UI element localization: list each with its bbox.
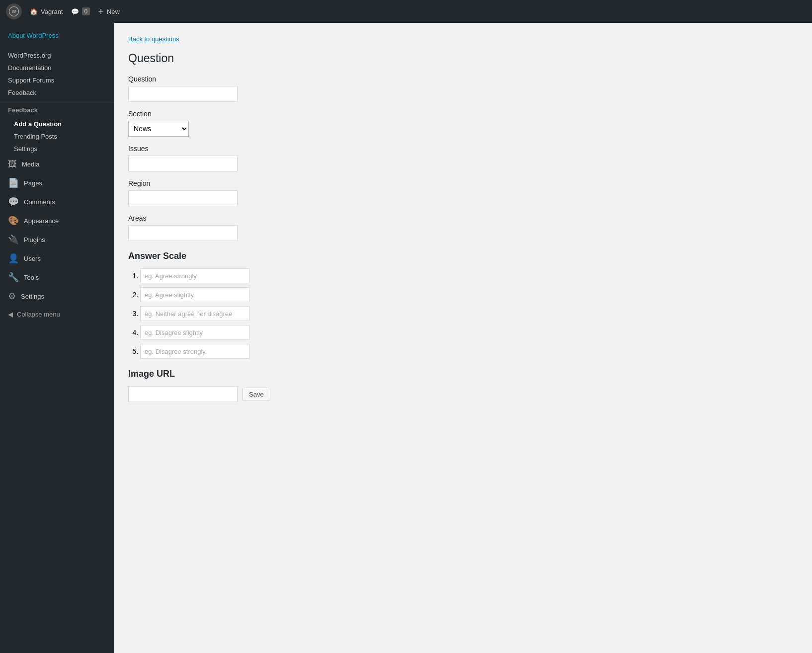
answer-scale-input-2[interactable] [140, 287, 249, 302]
tools-icon: 🔧 [8, 272, 19, 283]
sidebar: About WordPress WordPress.org Documentat… [0, 23, 114, 653]
sidebar-about-section: About WordPress [0, 23, 114, 46]
sidebar-appearance-label: Appearance [24, 217, 59, 225]
sidebar-support-forums[interactable]: Support Forums [0, 74, 114, 86]
sidebar-media-label: Media [22, 161, 39, 168]
sidebar-item-settings[interactable]: ⚙ Settings [0, 287, 114, 306]
sidebar-item-comments[interactable]: 💬 Comments [0, 192, 114, 211]
adminbar-home[interactable]: 🏠 Vagrant [30, 8, 63, 15]
sidebar-settings-plugin[interactable]: Settings [0, 143, 114, 155]
issues-input[interactable] [128, 156, 238, 171]
save-row: Save [128, 386, 798, 402]
image-url-section: Image URL Save [128, 369, 798, 402]
region-label: Region [128, 179, 798, 187]
region-field-row: Region [128, 179, 798, 206]
sidebar-plugin-group: Feedback Add a Question Trending Posts S… [0, 102, 114, 155]
sidebar-menu: 🖼 Media 📄 Pages 💬 Comments 🎨 Appearance … [0, 155, 114, 306]
collapse-label: Collapse menu [17, 311, 60, 318]
appearance-icon: 🎨 [8, 215, 19, 226]
answer-scale-input-3[interactable] [140, 306, 249, 321]
collapse-icon: ◀ [8, 311, 13, 318]
settings-icon: ⚙ [8, 291, 16, 302]
question-input[interactable] [128, 86, 238, 102]
sidebar-collapse[interactable]: ◀ Collapse menu [0, 306, 114, 323]
question-label: Question [128, 75, 798, 83]
sidebar-plugin-header[interactable]: Feedback [0, 102, 114, 118]
section-field-row: Section News Politics Sports Entertainme… [128, 110, 798, 137]
admin-bar: W 🏠 Vagrant 💬 0 + New [0, 0, 812, 23]
svg-text:W: W [11, 8, 16, 14]
answer-scale-title: Answer Scale [128, 251, 798, 261]
question-field-row: Question [128, 75, 798, 102]
section-select[interactable]: News Politics Sports Entertainment [128, 121, 189, 137]
sidebar-plugins-label: Plugins [24, 236, 45, 244]
answer-scale-item-2 [140, 287, 798, 302]
sidebar-item-users[interactable]: 👤 Users [0, 249, 114, 268]
main-content: Back to questions Question Question Sect… [114, 23, 812, 653]
areas-label: Areas [128, 214, 798, 222]
sidebar-settings-label: Settings [21, 293, 44, 300]
issues-field-row: Issues [128, 145, 798, 171]
save-button[interactable]: Save [243, 388, 270, 401]
sidebar-feedback[interactable]: Feedback [0, 86, 114, 99]
media-icon: 🖼 [8, 159, 17, 169]
pages-icon: 📄 [8, 177, 19, 188]
adminbar-new-label: New [107, 8, 120, 15]
plugins-icon: 🔌 [8, 234, 19, 245]
answer-scale-item-5 [140, 344, 798, 359]
answer-scale-input-5[interactable] [140, 344, 249, 359]
section-label: Section [128, 110, 798, 118]
page-title: Question [128, 52, 798, 65]
users-icon: 👤 [8, 253, 19, 264]
image-url-title: Image URL [128, 369, 798, 379]
adminbar-site-name: Vagrant [41, 8, 63, 15]
comments-icon: 💬 [8, 196, 19, 207]
sidebar-wp-links: WordPress.org Documentation Support Foru… [0, 46, 114, 102]
sidebar-trending-posts[interactable]: Trending Posts [0, 130, 114, 143]
comments-count: 0 [82, 7, 90, 15]
sidebar-users-label: Users [24, 255, 41, 262]
sidebar-item-plugins[interactable]: 🔌 Plugins [0, 230, 114, 249]
sidebar-add-question[interactable]: Add a Question [0, 118, 114, 130]
sidebar-tools-label: Tools [24, 274, 39, 281]
answer-scale-input-4[interactable] [140, 325, 249, 340]
sidebar-comments-label: Comments [24, 198, 55, 206]
areas-input[interactable] [128, 225, 238, 241]
image-url-input[interactable] [128, 386, 238, 402]
sidebar-documentation[interactable]: Documentation [0, 62, 114, 74]
home-icon: 🏠 [30, 8, 38, 15]
comment-icon: 💬 [71, 8, 79, 15]
plus-icon: + [98, 6, 104, 16]
sidebar-pages-label: Pages [24, 179, 42, 187]
sidebar-item-media[interactable]: 🖼 Media [0, 155, 114, 173]
sidebar-item-pages[interactable]: 📄 Pages [0, 173, 114, 192]
adminbar-comments[interactable]: 💬 0 [71, 7, 90, 15]
answer-scale-input-1[interactable] [140, 268, 249, 283]
answer-scale-item-3 [140, 306, 798, 321]
answer-scale-item-1 [140, 268, 798, 283]
back-to-questions-link[interactable]: Back to questions [128, 35, 179, 43]
sidebar-wordpress-org[interactable]: WordPress.org [0, 49, 114, 62]
answer-scale-list [128, 268, 798, 359]
answer-scale-item-4 [140, 325, 798, 340]
region-input[interactable] [128, 190, 238, 206]
sidebar-item-tools[interactable]: 🔧 Tools [0, 268, 114, 287]
adminbar-new[interactable]: + New [98, 6, 120, 16]
wp-logo[interactable]: W [6, 3, 22, 19]
issues-label: Issues [128, 145, 798, 153]
areas-field-row: Areas [128, 214, 798, 241]
sidebar-item-appearance[interactable]: 🎨 Appearance [0, 211, 114, 230]
sidebar-about-wordpress[interactable]: About WordPress [0, 29, 114, 42]
